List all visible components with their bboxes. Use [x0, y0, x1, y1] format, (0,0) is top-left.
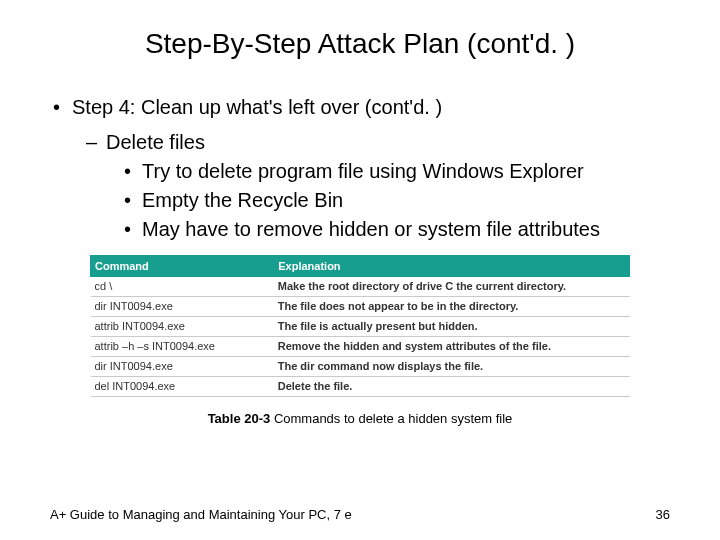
table-header-row: Command Explanation [91, 256, 630, 277]
col-explanation: Explanation [274, 256, 630, 277]
caption-text: Commands to delete a hidden system file [274, 411, 512, 426]
cell-command: attrib INT0094.exe [91, 317, 274, 337]
cell-command: attrib –h –s INT0094.exe [91, 337, 274, 357]
bullet-level3: Try to delete program file using Windows… [50, 158, 670, 185]
table-row: dir INT0094.exe The dir command now disp… [91, 357, 630, 377]
cell-command: dir INT0094.exe [91, 297, 274, 317]
cell-explanation: The dir command now displays the file. [274, 357, 630, 377]
cell-explanation: Make the root directory of drive C the c… [274, 277, 630, 297]
bullet-level3: Empty the Recycle Bin [50, 187, 670, 214]
footer-left: A+ Guide to Managing and Maintaining You… [50, 507, 352, 522]
cell-command: dir INT0094.exe [91, 357, 274, 377]
slide-title: Step-By-Step Attack Plan (cont'd. ) [50, 28, 670, 60]
commands-table: Command Explanation cd \ Make the root d… [90, 255, 630, 397]
caption-prefix: Table 20-3 [208, 411, 274, 426]
bullet-level2: Delete files [50, 129, 670, 156]
cell-command: cd \ [91, 277, 274, 297]
commands-table-wrap: Command Explanation cd \ Make the root d… [90, 255, 630, 426]
table-row: attrib –h –s INT0094.exe Remove the hidd… [91, 337, 630, 357]
table-caption: Table 20-3 Commands to delete a hidden s… [90, 411, 630, 426]
cell-explanation: Delete the file. [274, 377, 630, 397]
content-body: Step 4: Clean up what's left over (cont'… [50, 94, 670, 243]
page-number: 36 [656, 507, 670, 522]
col-command: Command [91, 256, 274, 277]
table-row: dir INT0094.exe The file does not appear… [91, 297, 630, 317]
table-row: del INT0094.exe Delete the file. [91, 377, 630, 397]
cell-explanation: Remove the hidden and system attributes … [274, 337, 630, 357]
table-row: attrib INT0094.exe The file is actually … [91, 317, 630, 337]
bullet-level3: May have to remove hidden or system file… [50, 216, 670, 243]
cell-command: del INT0094.exe [91, 377, 274, 397]
slide-footer: A+ Guide to Managing and Maintaining You… [50, 507, 670, 522]
cell-explanation: The file does not appear to be in the di… [274, 297, 630, 317]
table-row: cd \ Make the root directory of drive C … [91, 277, 630, 297]
slide: Step-By-Step Attack Plan (cont'd. ) Step… [0, 0, 720, 540]
bullet-level1: Step 4: Clean up what's left over (cont'… [50, 94, 670, 121]
cell-explanation: The file is actually present but hidden. [274, 317, 630, 337]
